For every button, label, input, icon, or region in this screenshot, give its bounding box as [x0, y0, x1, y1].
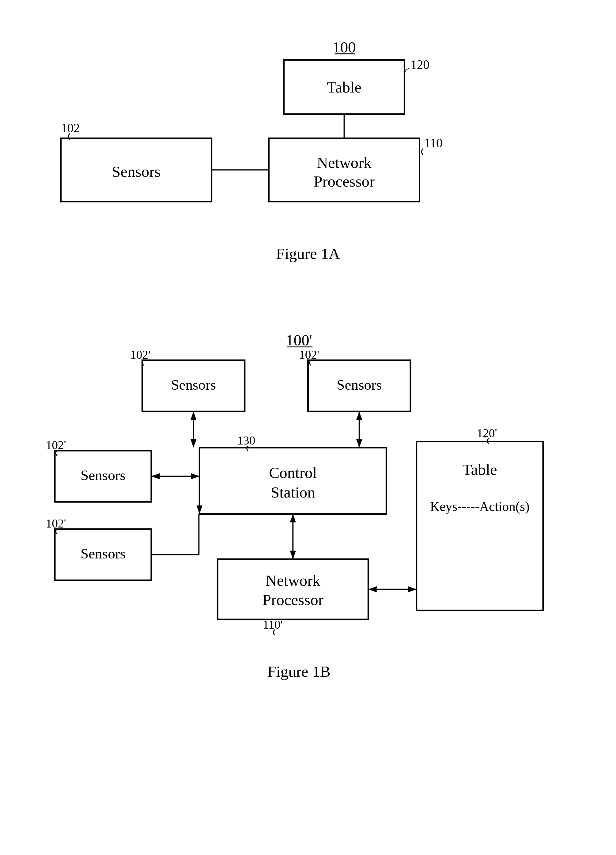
figure-1a: 100 Table 120 Sensors 102 Network Proces… [37, 25, 579, 300]
svg-text:Figure 1B: Figure 1B [267, 663, 331, 680]
svg-marker-40 [151, 473, 160, 480]
svg-text:Keys-----Action(s): Keys-----Action(s) [430, 499, 529, 514]
svg-marker-34 [356, 411, 362, 420]
svg-text:Sensors: Sensors [81, 545, 126, 562]
svg-marker-54 [290, 551, 296, 559]
svg-text:102': 102' [299, 348, 319, 362]
svg-text:Control: Control [269, 464, 317, 481]
svg-text:Network: Network [317, 154, 372, 171]
svg-text:100: 100 [333, 38, 356, 56]
svg-text:100': 100' [286, 331, 312, 349]
svg-text:102': 102' [130, 348, 150, 362]
svg-text:Processor: Processor [262, 591, 323, 608]
svg-text:Processor: Processor [314, 173, 375, 190]
svg-marker-53 [290, 514, 296, 522]
svg-text:Sensors: Sensors [337, 377, 382, 393]
svg-text:102': 102' [46, 438, 66, 452]
svg-text:120': 120' [477, 426, 497, 440]
svg-text:110': 110' [263, 618, 283, 631]
svg-text:Table: Table [327, 78, 362, 96]
svg-text:110: 110 [424, 136, 442, 150]
svg-marker-60 [368, 586, 377, 593]
figure-1b: 100' Sensors 102' Sensors 102' Control S… [37, 319, 579, 809]
svg-marker-32 [190, 439, 197, 448]
svg-text:Sensors: Sensors [81, 467, 126, 483]
svg-text:Network: Network [265, 572, 320, 589]
svg-text:Table: Table [463, 461, 497, 478]
svg-text:130: 130 [237, 434, 255, 447]
svg-marker-41 [191, 473, 200, 480]
svg-marker-31 [190, 411, 197, 420]
page: 100 Table 120 Sensors 102 Network Proces… [0, 0, 616, 852]
svg-text:102': 102' [46, 517, 66, 530]
svg-marker-35 [356, 439, 362, 448]
svg-marker-61 [408, 586, 417, 593]
svg-text:Sensors: Sensors [112, 162, 161, 180]
svg-text:120: 120 [411, 58, 429, 72]
svg-text:Figure 1A: Figure 1A [276, 245, 340, 262]
svg-rect-48 [218, 559, 368, 619]
svg-text:Station: Station [271, 483, 315, 501]
svg-text:Sensors: Sensors [171, 377, 216, 393]
svg-text:102: 102 [61, 121, 80, 135]
